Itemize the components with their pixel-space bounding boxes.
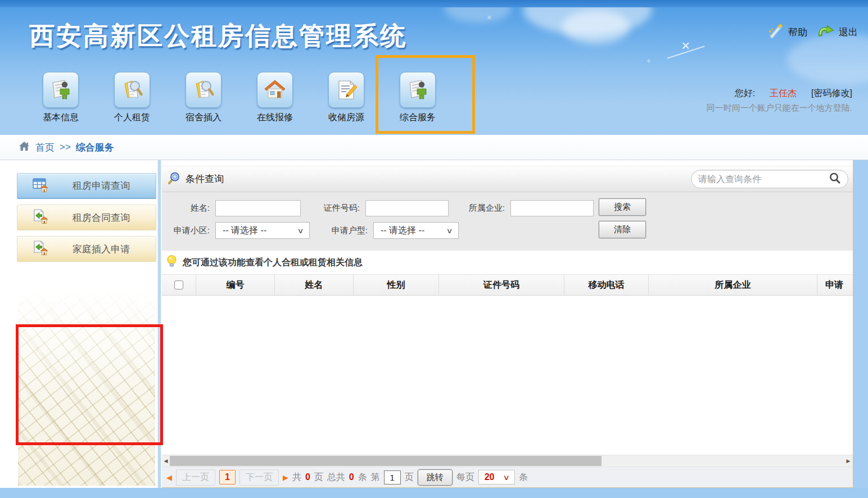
sparkle-decoration: × — [487, 12, 492, 22]
unit-type-select[interactable]: -- 请选择 -- ∨ — [373, 222, 459, 239]
sparkle-decoration: + — [647, 56, 651, 65]
pagination-bar: ◀ 上一页 1 下一页 ▶ 共 0 页 总共 0 条 第 页 跳转 每页 20 … — [162, 467, 853, 487]
tip-row: 您可通过该功能查看个人合租或租赁相关信息 — [162, 251, 853, 274]
table-header: 编号 姓名 性别 证件号码 移动电话 所属企业 申请 — [162, 274, 853, 296]
jump-button[interactable]: 跳转 — [418, 469, 453, 486]
bottom-margin-band — [0, 488, 868, 498]
next-page-arrow-icon[interactable]: ▶ — [283, 473, 288, 482]
logout-link[interactable]: 退出 — [839, 26, 858, 39]
right-margin-band — [853, 160, 868, 488]
items-suffix: 条 — [358, 472, 367, 483]
name-input[interactable] — [215, 200, 301, 216]
id-number-input[interactable] — [365, 200, 449, 216]
quick-search-input[interactable] — [698, 174, 829, 184]
chevron-down-icon: ∨ — [297, 227, 304, 235]
per-page-suffix: 条 — [519, 472, 528, 483]
username[interactable]: 王任杰 — [770, 88, 797, 99]
breadcrumb-current: 综合服务 — [76, 141, 114, 154]
scrollbar-thumb[interactable] — [170, 456, 602, 466]
community-select[interactable]: -- 请选择 -- ∨ — [215, 222, 310, 239]
company-label: 所属企业: — [455, 203, 505, 214]
prev-page-button[interactable]: 上一页 — [176, 469, 215, 486]
header-cell: 所属企业 — [648, 275, 817, 295]
table-body-empty — [162, 296, 853, 455]
doc-pencil-icon — [328, 72, 364, 108]
doc-search-icon — [186, 72, 221, 108]
nav-item-housing-stock[interactable]: 收储房源 — [318, 72, 374, 124]
login-notice: 同一时间一个账户只能在一个地方登陆. — [707, 103, 852, 114]
unit-type-label: 申请户型: — [318, 225, 368, 236]
horizontal-scrollbar: ◀ ▶ — [162, 455, 853, 467]
change-password-link[interactable]: [密码修改] — [811, 88, 852, 99]
total-items-prefix: 总共 — [327, 472, 345, 483]
app-title: 西安高新区公租房信息管理系统 — [29, 19, 407, 53]
select-value: -- 请选择 -- — [223, 225, 266, 237]
breadcrumb-separator: >> — [60, 142, 71, 153]
nav-item-personal-lease[interactable]: 个人租赁 — [104, 72, 160, 124]
annotation-box-orange — [376, 55, 475, 134]
nav-item-basic-info[interactable]: 基本信息 — [33, 72, 89, 124]
sidebar-item-rental-contract-query[interactable]: 租房合同查询 — [17, 205, 156, 230]
select-value: -- 请选择 -- — [381, 225, 424, 237]
current-page-button[interactable]: 1 — [219, 470, 236, 485]
search-icon[interactable] — [829, 172, 841, 187]
nav-item-online-repair[interactable]: 在线报修 — [247, 72, 303, 124]
goto-prefix: 第 — [371, 472, 380, 483]
doc-arrow-house-icon — [32, 209, 49, 227]
clear-button[interactable]: 清除 — [599, 221, 646, 238]
sidebar-item-label: 租房合同查询 — [73, 211, 130, 224]
total-pages-value: 0 — [305, 472, 310, 482]
breadcrumb-home-link[interactable]: 首页 — [35, 141, 55, 154]
community-label: 申请小区: — [162, 225, 210, 236]
nav-label[interactable]: 收储房源 — [328, 112, 364, 124]
pages-suffix: 页 — [314, 472, 323, 483]
query-panel-title: 条件查询 — [186, 173, 224, 185]
per-page-prefix: 每页 — [456, 472, 474, 483]
house-icon — [257, 72, 293, 108]
search-button[interactable]: 搜索 — [599, 198, 646, 216]
goto-page-input[interactable] — [384, 470, 401, 485]
sidebar-item-rental-application-query[interactable]: 租房申请查询 — [17, 173, 156, 199]
id-number-label: 证件号码: — [309, 203, 360, 214]
person-doc-icon — [43, 72, 79, 108]
greeting-label: 您好: — [735, 88, 755, 99]
nav-item-dorm-insert[interactable]: 宿舍插入 — [175, 72, 232, 124]
header-cell: 姓名 — [274, 275, 353, 295]
company-input[interactable] — [510, 200, 594, 216]
next-page-button[interactable]: 下一页 — [239, 469, 279, 486]
chevron-down-icon: ∨ — [503, 473, 509, 482]
table-house-icon — [32, 177, 49, 195]
nav-label[interactable]: 基本信息 — [43, 112, 79, 124]
breadcrumb: 首页 >> 综合服务 — [0, 135, 868, 160]
cloud-decoration — [562, 10, 630, 44]
help-link[interactable]: 帮助 — [788, 26, 807, 39]
query-title-bar: 条件查询 — [162, 166, 853, 192]
annotation-box-red — [16, 324, 163, 445]
goto-suffix: 页 — [405, 472, 414, 483]
home-icon[interactable] — [18, 141, 30, 155]
help-wand-icon[interactable] — [767, 22, 784, 42]
header-top-stripe — [0, 0, 868, 7]
nav-label[interactable]: 宿舍插入 — [186, 112, 221, 124]
per-page-select[interactable]: 20 ∨ — [478, 470, 515, 485]
nav-label[interactable]: 个人租赁 — [114, 112, 150, 124]
scroll-left-arrow-icon[interactable]: ◀ — [162, 455, 170, 467]
name-label: 姓名: — [162, 203, 210, 214]
lightbulb-icon — [166, 255, 178, 270]
header-cell: 申请 — [817, 275, 853, 295]
quick-search-box — [691, 170, 848, 188]
doc-arrow-house-icon — [32, 240, 49, 258]
logout-arrow-icon[interactable] — [817, 24, 835, 41]
sidebar-item-family-insert-application[interactable]: 家庭插入申请 — [17, 236, 156, 262]
query-form: 姓名: 证件号码: 所属企业: 申请小区: -- 请选择 -- ∨ 申请户型: — [162, 192, 853, 251]
main-area: 租房申请查询 租房合同查询 — [0, 160, 868, 488]
header-cell: 编号 — [196, 275, 274, 295]
prev-page-arrow-icon[interactable]: ◀ — [166, 473, 172, 482]
scroll-right-arrow-icon[interactable]: ▶ — [844, 455, 852, 467]
sidebar-item-label: 家庭插入申请 — [73, 243, 130, 256]
tip-text: 您可通过该功能查看个人合租或租赁相关信息 — [183, 257, 363, 269]
nav-label[interactable]: 在线报修 — [257, 112, 293, 124]
select-all-checkbox[interactable] — [174, 280, 183, 289]
header-cell: 证件号码 — [438, 275, 564, 295]
doc-search-icon — [114, 72, 150, 108]
